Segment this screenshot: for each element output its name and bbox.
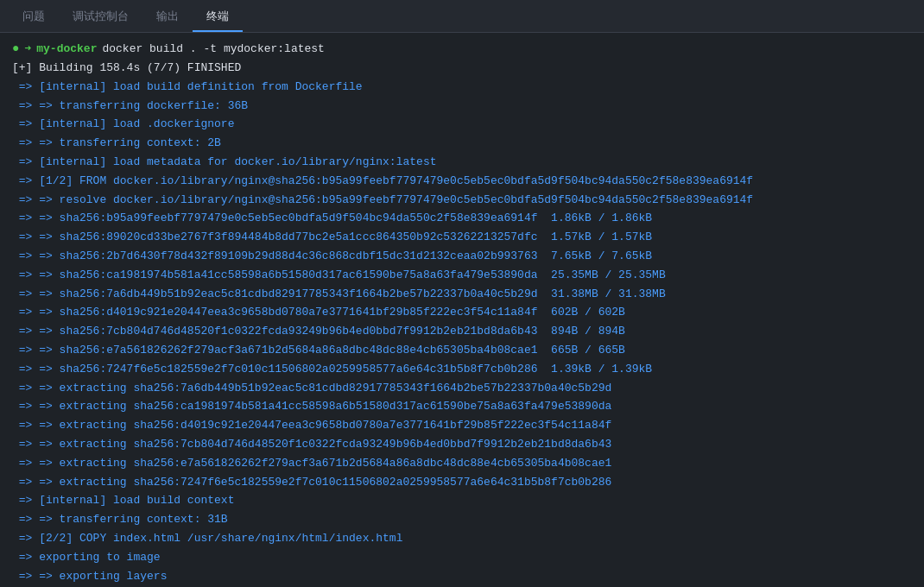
- terminal-line-text: => => extracting sha256:d4019c921e20447e…: [12, 419, 611, 432]
- terminal-line: => [2/2] COPY index.html /usr/share/ngin…: [12, 529, 912, 548]
- terminal-line-text: => [internal] load metadata for docker.i…: [12, 155, 436, 168]
- terminal-line-text: => => sha256:e7a561826262f279acf3a671b2d…: [12, 344, 625, 357]
- terminal-line: => => exporting layers: [12, 567, 912, 586]
- terminal-line-text: => => extracting sha256:7cb804d746d48520…: [12, 438, 611, 451]
- terminal-line-text: [+] Building 158.4s (7/7) FINISHED: [12, 61, 241, 74]
- terminal-line-text: => exporting to image: [12, 551, 161, 564]
- terminal-line-text: => => exporting layers: [12, 570, 167, 583]
- terminal-line-text: => => transferring dockerfile: 36B: [12, 99, 248, 112]
- terminal-line-text: => => sha256:89020cd33be2767f3f894484b8d…: [12, 230, 652, 243]
- terminal-line: => => sha256:2b7d6430f78d432f89109b29d88…: [12, 247, 912, 266]
- terminal-line-text: => [2/2] COPY index.html /usr/share/ngin…: [12, 532, 402, 545]
- terminal-line-text: => => sha256:7247f6e5c182559e2f7c010c115…: [12, 363, 652, 376]
- tab-output[interactable]: 输出: [142, 2, 193, 31]
- terminal-line-text: => => sha256:d4019c921e20447eea3c9658bd0…: [12, 306, 625, 319]
- terminal-line: => => sha256:d4019c921e20447eea3c9658bd0…: [12, 303, 912, 322]
- terminal-line: => => sha256:ca1981974b581a41cc58598a6b5…: [12, 266, 912, 285]
- terminal-line: => => resolve docker.io/library/nginx@sh…: [12, 191, 912, 210]
- terminal-line-text: => => extracting sha256:7247f6e5c182559e…: [12, 476, 611, 489]
- prompt-dot: ●: [12, 41, 19, 55]
- terminal-line-text: => => transferring context: 2B: [12, 136, 221, 149]
- terminal-line-text: => => transferring context: 31B: [12, 513, 228, 526]
- terminal-line: => => extracting sha256:ca1981974b581a41…: [12, 397, 912, 416]
- terminal-container[interactable]: ● ➜ my-docker docker build . -t mydocker…: [0, 33, 924, 587]
- terminal-line-text: => => resolve docker.io/library/nginx@sh…: [12, 193, 753, 206]
- terminal-line: => => transferring context: 31B: [12, 510, 912, 529]
- terminal-line: => => transferring dockerfile: 36B: [12, 97, 912, 116]
- terminal-line: => => transferring context: 2B: [12, 134, 912, 153]
- terminal-line-text: => => sha256:7cb804d746d48520f1c0322fcda…: [12, 325, 625, 338]
- terminal-line: => [internal] load metadata for docker.i…: [12, 153, 912, 172]
- terminal-line: => [internal] load build context: [12, 491, 912, 510]
- terminal-line: => => sha256:e7a561826262f279acf3a671b2d…: [12, 341, 912, 360]
- terminal-line: => => sha256:7cb804d746d48520f1c0322fcda…: [12, 322, 912, 341]
- terminal-line-text: => [internal] load .dockerignore: [12, 117, 234, 130]
- terminal-line: => => sha256:b95a99feebf7797479e0c5eb5ec…: [12, 209, 912, 228]
- terminal-line-text: => [internal] load build definition from…: [12, 80, 363, 93]
- terminal-line-text: => => extracting sha256:ca1981974b581a41…: [12, 400, 611, 413]
- terminal-line-text: => => sha256:ca1981974b581a41cc58598a6b5…: [12, 268, 666, 281]
- terminal-line: => => extracting sha256:e7a561826262f279…: [12, 454, 912, 473]
- tab-terminal[interactable]: 终端: [193, 2, 243, 31]
- terminal-line: => => extracting sha256:7247f6e5c182559e…: [12, 473, 912, 492]
- terminal-line-text: => => sha256:b95a99feebf7797479e0c5eb5ec…: [12, 211, 652, 224]
- prompt-name: my-docker: [36, 42, 97, 55]
- terminal-line: => => extracting sha256:d4019c921e20447e…: [12, 416, 912, 435]
- terminal-line: => => sha256:89020cd33be2767f3f894484b8d…: [12, 228, 912, 247]
- terminal-line-text: => => extracting sha256:e7a561826262f279…: [12, 457, 611, 470]
- terminal-line: => exporting to image: [12, 548, 912, 567]
- terminal-line-text: => [1/2] FROM docker.io/library/nginx@sh…: [12, 174, 753, 187]
- terminal-line-text: => => sha256:7a6db449b51b92eac5c81cdbd82…: [12, 287, 666, 300]
- terminal-line: => [internal] load .dockerignore: [12, 115, 912, 134]
- terminal-line-text: => [internal] load build context: [12, 494, 234, 507]
- terminal-line: => => extracting sha256:7cb804d746d48520…: [12, 435, 912, 454]
- terminal-line-text: => => extracting sha256:7a6db449b51b92ea…: [12, 382, 611, 394]
- terminal-line: => => extracting sha256:7a6db449b51b92ea…: [12, 379, 912, 398]
- terminal-line-text: => => sha256:2b7d6430f78d432f89109b29d88…: [12, 249, 652, 262]
- terminal-output: [+] Building 158.4s (7/7) FINISHED => [i…: [12, 59, 912, 587]
- tab-debug-console[interactable]: 调试控制台: [59, 2, 142, 31]
- terminal-line: => [internal] load build definition from…: [12, 78, 912, 97]
- command-text: docker build . -t mydocker:latest: [102, 42, 324, 55]
- terminal-line: => [1/2] FROM docker.io/library/nginx@sh…: [12, 172, 912, 191]
- command-line: ● ➜ my-docker docker build . -t mydocker…: [12, 41, 912, 55]
- prompt-arrow: ➜: [24, 41, 31, 55]
- tab-bar: 问题 调试控制台 输出 终端: [0, 0, 924, 33]
- tab-issues[interactable]: 问题: [9, 2, 59, 31]
- terminal-line: => => sha256:7a6db449b51b92eac5c81cdbd82…: [12, 285, 912, 304]
- terminal-line: [+] Building 158.4s (7/7) FINISHED: [12, 59, 912, 78]
- terminal-line: => => sha256:7247f6e5c182559e2f7c010c115…: [12, 360, 912, 379]
